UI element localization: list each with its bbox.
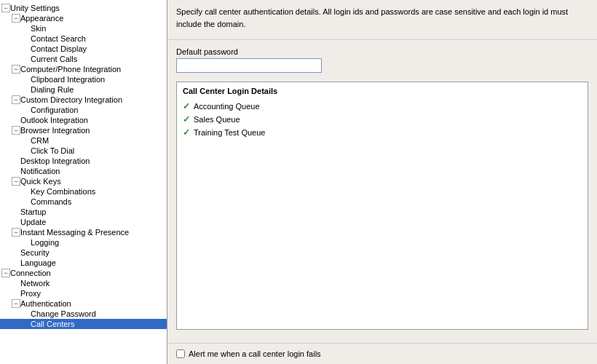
- alert-label-text: Alert me when a call center login fails: [189, 349, 321, 358]
- sidebar-label-click-to-dial: Click To Dial: [31, 146, 74, 155]
- sidebar-label-startup: Startup: [20, 207, 46, 216]
- bottom-bar: Alert me when a call center login fails: [167, 343, 597, 364]
- expander-crm: [22, 136, 31, 145]
- description-box: Specify call center authentication detai…: [167, 0, 597, 40]
- default-password-input[interactable]: [176, 58, 322, 73]
- sidebar-item-clipboard-integration[interactable]: Clipboard Integration: [0, 74, 167, 84]
- sidebar-label-notification: Notification: [20, 167, 60, 175]
- sidebar-label-security: Security: [20, 248, 50, 257]
- expander-outlook-integration: [12, 116, 20, 124]
- sidebar: −Unity Settings−AppearanceSkinContact Se…: [0, 0, 167, 364]
- sidebar-item-contact-search[interactable]: Contact Search: [0, 33, 167, 44]
- expander-skin: [22, 24, 31, 33]
- sidebar-label-configuration: Configuration: [31, 106, 78, 114]
- expander-change-password: [22, 309, 31, 318]
- sidebar-label-key-combinations: Key Combinations: [31, 187, 95, 196]
- expander-startup: [12, 207, 20, 216]
- sidebar-label-custom-directory: Custom Directory Integration: [20, 95, 122, 104]
- expander-key-combinations: [22, 187, 31, 196]
- section-title: Call Center Login Details: [177, 82, 588, 98]
- sidebar-item-language[interactable]: Language: [0, 258, 167, 268]
- queue-label-training-test-queue: Training Test Queue: [194, 128, 265, 137]
- expander-contact-display: [22, 44, 31, 53]
- sidebar-item-update[interactable]: Update: [0, 217, 167, 227]
- sidebar-label-change-password: Change Password: [31, 309, 96, 318]
- expander-language: [12, 258, 20, 267]
- sidebar-item-startup[interactable]: Startup: [0, 207, 167, 217]
- expander-custom-directory[interactable]: −: [12, 95, 20, 104]
- sidebar-label-call-centers: Call Centers: [31, 320, 75, 328]
- queues-list: ✓Accounting Queue✓Sales Queue✓Training T…: [177, 98, 588, 145]
- default-password-group: Default password: [176, 47, 588, 73]
- sidebar-item-key-combinations[interactable]: Key Combinations: [0, 186, 167, 197]
- sidebar-item-proxy[interactable]: Proxy: [0, 288, 167, 298]
- sidebar-item-commands[interactable]: Commands: [0, 197, 167, 207]
- queue-item-accounting-queue[interactable]: ✓Accounting Queue: [183, 100, 582, 113]
- expander-call-centers: [22, 320, 31, 328]
- sidebar-item-computer-phone[interactable]: −Computer/Phone Integration: [0, 64, 167, 74]
- expander-appearance[interactable]: −: [12, 14, 20, 23]
- sidebar-item-crm[interactable]: CRM: [0, 135, 167, 146]
- sidebar-item-custom-directory[interactable]: −Custom Directory Integration: [0, 95, 167, 105]
- sidebar-item-outlook-integration[interactable]: Outlook Integration: [0, 115, 167, 125]
- expander-browser-integration[interactable]: −: [12, 126, 20, 135]
- sidebar-item-authentication[interactable]: −Authentication: [0, 298, 167, 309]
- expander-quick-keys[interactable]: −: [12, 177, 20, 186]
- expander-instant-messaging[interactable]: −: [12, 228, 20, 237]
- sidebar-item-skin[interactable]: Skin: [0, 23, 167, 33]
- sidebar-label-contact-search: Contact Search: [31, 34, 86, 43]
- queue-label-accounting-queue: Accounting Queue: [194, 102, 260, 111]
- sidebar-label-unity-settings: Unity Settings: [10, 4, 60, 12]
- expander-update: [12, 218, 20, 226]
- sidebar-item-configuration[interactable]: Configuration: [0, 105, 167, 115]
- sidebar-item-instant-messaging[interactable]: −Instant Messaging & Presence: [0, 227, 167, 237]
- sidebar-item-dialing-rule[interactable]: Dialing Rule: [0, 84, 167, 95]
- expander-click-to-dial: [22, 146, 31, 155]
- check-icon-training-test-queue: ✓: [183, 127, 190, 138]
- sidebar-label-crm: CRM: [31, 136, 49, 145]
- sidebar-item-change-password[interactable]: Change Password: [0, 309, 167, 319]
- expander-authentication[interactable]: −: [12, 299, 20, 308]
- expander-commands: [22, 197, 31, 206]
- sidebar-item-current-calls[interactable]: Current Calls: [0, 54, 167, 64]
- sidebar-label-update: Update: [20, 218, 46, 226]
- sidebar-item-click-to-dial[interactable]: Click To Dial: [0, 146, 167, 156]
- sidebar-item-logging[interactable]: Logging: [0, 237, 167, 248]
- expander-clipboard-integration: [22, 75, 31, 84]
- expander-computer-phone[interactable]: −: [12, 65, 20, 74]
- queue-item-sales-queue[interactable]: ✓Sales Queue: [183, 113, 582, 126]
- alert-checkbox[interactable]: [176, 349, 185, 358]
- sidebar-item-quick-keys[interactable]: −Quick Keys: [0, 176, 167, 186]
- call-center-login-section: Call Center Login Details ✓Accounting Qu…: [176, 82, 588, 330]
- expander-desktop-integration: [12, 157, 20, 165]
- sidebar-item-desktop-integration[interactable]: Desktop Integration: [0, 156, 167, 166]
- sidebar-item-contact-display[interactable]: Contact Display: [0, 44, 167, 54]
- sidebar-item-call-centers[interactable]: Call Centers: [0, 319, 167, 329]
- queue-item-training-test-queue[interactable]: ✓Training Test Queue: [183, 126, 582, 139]
- expander-current-calls: [22, 55, 31, 63]
- sidebar-label-connection: Connection: [10, 269, 51, 277]
- check-icon-accounting-queue: ✓: [183, 101, 190, 111]
- expander-logging: [22, 238, 31, 247]
- expander-dialing-rule: [22, 85, 31, 94]
- sidebar-item-browser-integration[interactable]: −Browser Integration: [0, 125, 167, 135]
- expander-connection[interactable]: −: [1, 269, 10, 277]
- sidebar-item-appearance[interactable]: −Appearance: [0, 13, 167, 23]
- sidebar-label-contact-display: Contact Display: [31, 44, 87, 53]
- sidebar-item-unity-settings[interactable]: −Unity Settings: [0, 3, 167, 13]
- sidebar-label-dialing-rule: Dialing Rule: [31, 85, 74, 94]
- expander-network: [12, 279, 20, 288]
- sidebar-item-connection[interactable]: −Connection: [0, 268, 167, 278]
- sidebar-label-proxy: Proxy: [20, 289, 41, 298]
- sidebar-item-security[interactable]: Security: [0, 248, 167, 258]
- alert-checkbox-label[interactable]: Alert me when a call center login fails: [176, 349, 321, 358]
- expander-security: [12, 248, 20, 257]
- right-panel: Specify call center authentication detai…: [167, 0, 597, 364]
- sidebar-item-network[interactable]: Network: [0, 278, 167, 288]
- default-password-label: Default password: [176, 47, 588, 56]
- sidebar-label-language: Language: [20, 258, 56, 267]
- expander-unity-settings[interactable]: −: [1, 4, 10, 12]
- sidebar-item-notification[interactable]: Notification: [0, 166, 167, 176]
- sidebar-label-computer-phone: Computer/Phone Integration: [20, 65, 121, 74]
- sidebar-label-current-calls: Current Calls: [31, 55, 77, 63]
